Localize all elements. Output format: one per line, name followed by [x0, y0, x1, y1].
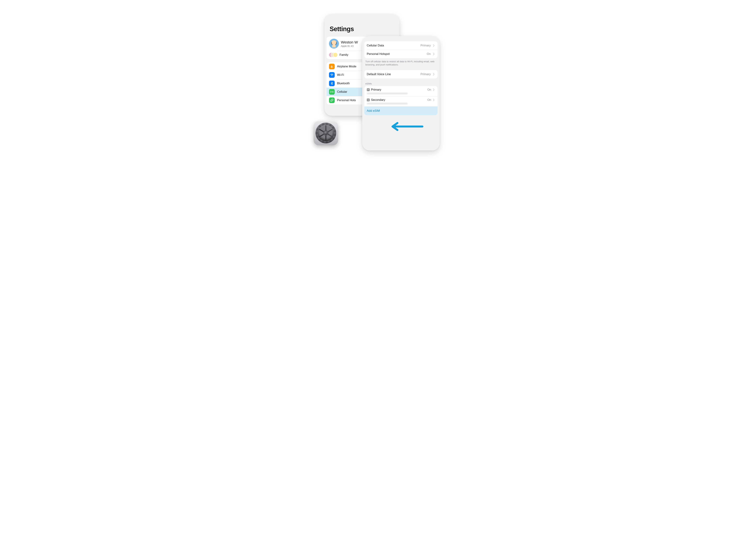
- row-value: Primary: [420, 44, 431, 47]
- chevron-right-icon: [433, 73, 435, 75]
- esim-primary-row[interactable]: P Primary On: [364, 86, 438, 96]
- chevron-right-icon: [433, 99, 435, 101]
- svg-point-0: [332, 76, 332, 76]
- redacted-phone-number: [367, 93, 408, 94]
- row-label: Personal Hotspot: [367, 52, 425, 56]
- family-label: Family: [339, 53, 348, 57]
- account-name: Weston W: [341, 40, 358, 44]
- airplane-icon: [329, 64, 335, 69]
- sidebar-item-label: Personal Hots: [337, 98, 356, 102]
- row-value: Primary: [420, 72, 431, 76]
- settings-app-icon: [313, 121, 338, 145]
- sidebar-item-label: Bluetooth: [337, 82, 350, 85]
- family-icon: [329, 52, 337, 58]
- row-label: Default Voice Line: [367, 72, 419, 76]
- link-icon: [329, 98, 335, 103]
- default-voice-line-row[interactable]: Default Voice Line Primary: [364, 70, 438, 78]
- esim-state: On: [427, 98, 431, 101]
- esim-name: Secondary: [371, 98, 426, 102]
- avatar: [329, 39, 339, 48]
- svg-point-1: [332, 92, 332, 92]
- cellular-data-row[interactable]: Cellular Data Primary: [364, 42, 438, 50]
- esims-group: P Primary On S Secondary On: [364, 86, 438, 115]
- row-value: On: [427, 52, 431, 56]
- account-subtitle: Apple ID, iCl: [341, 45, 358, 47]
- esim-tag-icon: P: [367, 88, 370, 91]
- redacted-phone-number: [367, 103, 408, 104]
- esims-header: eSIMs: [364, 82, 438, 86]
- add-esim-label: Add eSIM: [367, 109, 380, 113]
- page-title: Settings: [324, 14, 399, 37]
- sidebar-item-label: Airplane Mode: [337, 65, 357, 68]
- esim-tag-icon: S: [367, 98, 370, 101]
- bluetooth-icon: [329, 81, 335, 86]
- chevron-right-icon: [433, 53, 435, 55]
- wifi-icon: [329, 72, 335, 78]
- antenna-icon: [329, 89, 335, 95]
- esim-secondary-row[interactable]: S Secondary On: [364, 96, 438, 106]
- esim-name: Primary: [371, 88, 426, 92]
- sidebar-item-label: Wi-Fi: [337, 73, 344, 77]
- chevron-right-icon: [433, 44, 435, 47]
- esim-state: On: [427, 88, 431, 91]
- cellular-data-footer: Turn off cellular data to restrict all d…: [364, 58, 438, 66]
- voice-line-group: Default Voice Line Primary: [364, 70, 438, 78]
- chevron-right-icon: [433, 89, 435, 91]
- sidebar-item-label: Cellular: [337, 90, 347, 94]
- row-label: Cellular Data: [367, 44, 419, 47]
- cellular-data-group: Cellular Data Primary Personal Hotspot O…: [364, 42, 438, 58]
- add-esim-row[interactable]: Add eSIM: [364, 106, 438, 115]
- personal-hotspot-row[interactable]: Personal Hotspot On: [364, 50, 438, 58]
- cellular-screen: Cellular Data Primary Personal Hotspot O…: [362, 36, 440, 151]
